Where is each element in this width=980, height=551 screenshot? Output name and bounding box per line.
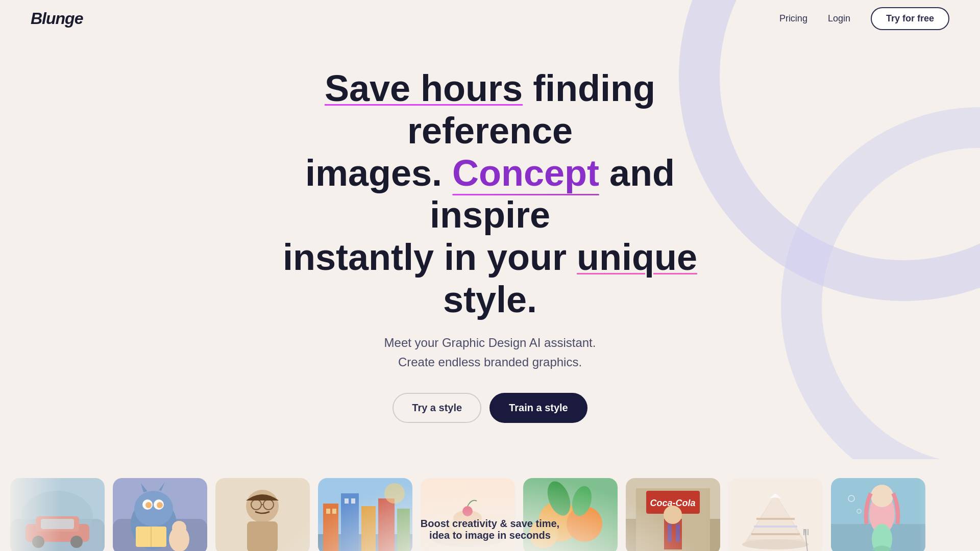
hero-subtitle: Meet your Graphic Design AI assistant. C…	[10, 333, 970, 372]
gallery-section: Coca-Cola	[0, 474, 980, 551]
logo: Blunge	[31, 9, 83, 28]
svg-rect-62	[676, 524, 680, 542]
svg-point-17	[157, 502, 163, 508]
svg-point-47	[462, 506, 473, 516]
svg-point-13	[134, 491, 173, 527]
cta-buttons: Try a style Train a style	[10, 393, 970, 423]
hero-title-concept: Concept	[452, 153, 599, 193]
hero-title-style: style.	[443, 279, 537, 320]
svg-rect-37	[326, 509, 330, 514]
svg-point-23	[172, 521, 186, 535]
login-link[interactable]: Login	[828, 13, 850, 24]
gallery-item-cake	[728, 478, 823, 551]
svg-point-70	[742, 539, 808, 549]
svg-point-16	[145, 502, 152, 508]
hero-section: Save hours finding referenceimages. Conc…	[0, 37, 980, 474]
hero-title-save: Save hours	[325, 68, 523, 109]
navbar: Blunge Pricing Login Try for free	[0, 0, 980, 37]
svg-point-78	[871, 485, 893, 507]
svg-rect-38	[332, 509, 336, 514]
middle-content: Boost creativity & save time, idea to im…	[311, 518, 669, 551]
hero-title: Save hours finding referenceimages. Conc…	[260, 67, 720, 321]
gallery-item-mermaid	[831, 478, 925, 551]
train-style-button[interactable]: Train a style	[489, 393, 587, 423]
svg-point-8	[70, 536, 83, 548]
gallery-item-monster	[113, 478, 207, 551]
try-style-button[interactable]: Try a style	[393, 393, 481, 423]
svg-rect-9	[41, 519, 74, 529]
try-for-free-button[interactable]: Try for free	[871, 7, 949, 30]
gallery-item-portrait	[215, 478, 310, 551]
draft-title: Draft in minutes, not hours	[311, 546, 669, 551]
svg-rect-26	[247, 521, 278, 551]
nav-right: Pricing Login Try for free	[779, 7, 949, 30]
svg-point-7	[32, 536, 44, 548]
gallery-item-car	[10, 478, 105, 551]
svg-rect-39	[345, 498, 349, 504]
hero-title-unique: unique	[577, 237, 697, 278]
boost-text: Boost creativity & save time, idea to im…	[311, 518, 669, 541]
pricing-link[interactable]: Pricing	[779, 13, 807, 24]
svg-point-41	[384, 483, 405, 504]
svg-rect-40	[351, 498, 355, 504]
